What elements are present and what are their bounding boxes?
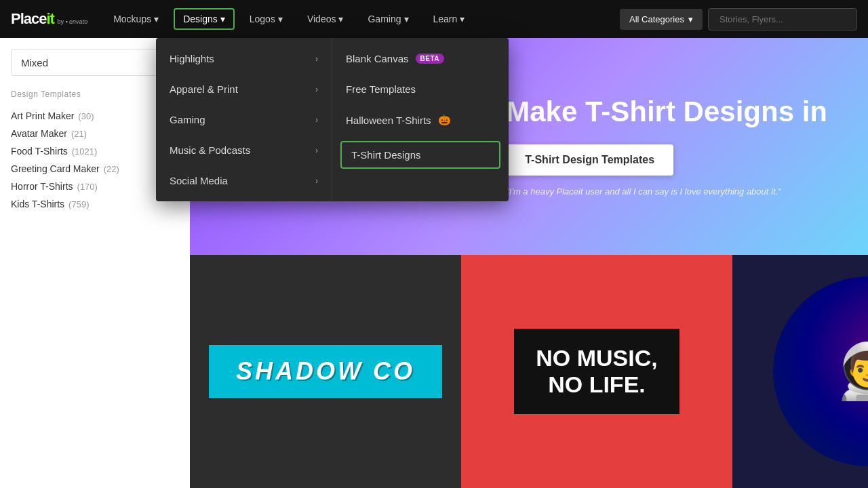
card-space[interactable]: 👨‍🚀	[732, 255, 868, 488]
dropdown-right-panel: Blank Canvas BETA Free Templates Hallowe…	[332, 38, 509, 201]
hero-title: Make T-Shirt Designs in	[506, 96, 827, 127]
dropdown-item-highlights[interactable]: Highlights	[156, 43, 332, 74]
nav-learn[interactable]: Learn	[424, 8, 475, 30]
dropdown-left-panel: Highlights Apparel & Print Gaming Music …	[156, 38, 332, 201]
chevron-down-icon	[278, 14, 283, 24]
chevron-down-icon	[460, 14, 465, 24]
halloween-emoji-icon: 🎃	[438, 114, 451, 126]
chevron-down-icon	[220, 14, 225, 24]
content-grid: SHADOW CO NO MUSIC, NO LIFE. 👨‍🚀	[190, 255, 868, 488]
chevron-right-icon	[315, 176, 318, 186]
chevron-right-icon	[315, 85, 318, 94]
card-no-music[interactable]: NO MUSIC, NO LIFE.	[461, 255, 732, 488]
search-input[interactable]	[708, 8, 857, 30]
chevron-down-icon	[688, 14, 693, 24]
dropdown-item-social[interactable]: Social Media	[156, 165, 332, 196]
chevron-right-icon	[315, 146, 318, 155]
hero-quote: "I'm a heavy Placeit user and all I can …	[506, 186, 827, 197]
logo-envato: by ▪ envato	[57, 18, 87, 25]
dropdown-item-gaming[interactable]: Gaming	[156, 104, 332, 135]
dropdown-item-music[interactable]: Music & Podcasts	[156, 135, 332, 165]
sidebar-link-food-tshirts[interactable]: Food T-Shirts (1021)	[11, 142, 179, 160]
dropdown-item-free-templates[interactable]: Free Templates	[332, 74, 509, 104]
chevron-right-icon	[315, 115, 318, 125]
no-music-text: NO MUSIC, NO LIFE.	[536, 345, 657, 398]
chevron-right-icon	[315, 54, 318, 64]
search-area: All Categories	[620, 8, 857, 30]
dropdown-item-apparel[interactable]: Apparel & Print	[156, 74, 332, 104]
shadow-co-text: SHADOW CO	[236, 357, 415, 386]
logo-text: Placeit	[11, 10, 54, 27]
navbar: Placeit by ▪ envato Mockups Designs Logo…	[0, 0, 868, 38]
dropdown-item-tshirt-designs[interactable]: T-Shirt Designs	[340, 141, 500, 169]
chevron-down-icon	[338, 14, 343, 24]
hero-cta-button[interactable]: T-Shirt Design Templates	[506, 144, 673, 176]
chevron-down-icon	[154, 14, 159, 24]
nav-mockups[interactable]: Mockups	[104, 8, 168, 30]
sidebar-link-avatar[interactable]: Avatar Maker (21)	[11, 125, 179, 142]
categories-button[interactable]: All Categories	[620, 9, 703, 30]
dropdown-item-halloween[interactable]: Halloween T-Shirts 🎃	[332, 104, 509, 136]
dropdown-item-blank-canvas[interactable]: Blank Canvas BETA	[332, 43, 509, 74]
card-shadow-co[interactable]: SHADOW CO	[190, 255, 461, 488]
dropdown-menu: Highlights Apparel & Print Gaming Music …	[156, 38, 509, 201]
nav-videos[interactable]: Videos	[298, 8, 353, 30]
logo[interactable]: Placeit by ▪ envato	[11, 10, 87, 28]
nav-gaming[interactable]: Gaming	[358, 8, 418, 30]
sidebar-section-title: Design Templates	[11, 89, 179, 99]
astronaut-icon: 👨‍🚀	[834, 340, 868, 403]
nav-designs[interactable]: Designs	[174, 8, 235, 30]
beta-badge: BETA	[416, 54, 444, 64]
nav-logos[interactable]: Logos	[240, 8, 292, 30]
sidebar-link-art-print[interactable]: Art Print Maker (30)	[11, 107, 179, 125]
sidebar-link-kids-tshirts[interactable]: Kids T-Shirts (759)	[11, 195, 179, 213]
sidebar-link-greeting-card[interactable]: Greeting Card Maker (22)	[11, 160, 179, 178]
chevron-down-icon	[404, 14, 409, 24]
sidebar-link-horror-tshirts[interactable]: Horror T-Shirts (170)	[11, 178, 179, 195]
hero-content: Make T-Shirt Designs in T-Shirt Design T…	[506, 96, 827, 196]
astronaut-circle: 👨‍🚀	[773, 277, 868, 466]
sidebar-select[interactable]: Mixed	[11, 49, 179, 76]
